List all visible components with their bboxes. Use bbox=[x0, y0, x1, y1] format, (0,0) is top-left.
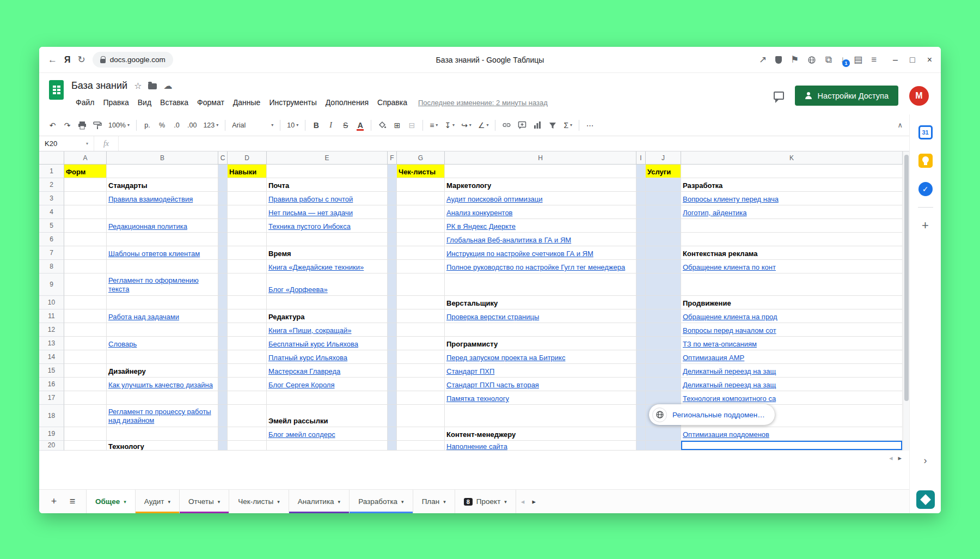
cell-G10[interactable] bbox=[397, 296, 445, 309]
scroll-right-icon[interactable]: ▸ bbox=[898, 454, 902, 462]
row-header-18[interactable]: 18 bbox=[39, 405, 64, 427]
cell-B9[interactable]: Регламент по оформлению текста bbox=[107, 274, 218, 296]
column-header-B[interactable]: B bbox=[107, 151, 218, 165]
font-size-select[interactable]: 10▾ bbox=[284, 118, 301, 132]
cell-H17[interactable]: Памятка технологу bbox=[445, 391, 636, 405]
row-header-12[interactable]: 12 bbox=[39, 323, 64, 337]
cell-E4[interactable]: Нет письма — нет задачи bbox=[267, 205, 388, 219]
cell-I7[interactable] bbox=[636, 246, 646, 260]
cell-I5[interactable] bbox=[636, 219, 646, 233]
share-icon[interactable]: ↗ bbox=[759, 55, 767, 64]
cell-G19[interactable] bbox=[397, 427, 445, 441]
cell-I13[interactable] bbox=[636, 337, 646, 350]
cell-J6[interactable] bbox=[646, 233, 681, 246]
cell-F6[interactable] bbox=[388, 233, 397, 246]
cell-J11[interactable] bbox=[646, 309, 681, 323]
cell-G16[interactable] bbox=[397, 378, 445, 391]
cell-C11[interactable] bbox=[218, 309, 228, 323]
cell-I11[interactable] bbox=[636, 309, 646, 323]
row-header-10[interactable]: 10 bbox=[39, 296, 64, 309]
cell-H10[interactable]: Верстальщику bbox=[445, 296, 636, 309]
cell-F4[interactable] bbox=[388, 205, 397, 219]
insert-link-icon[interactable] bbox=[499, 118, 514, 132]
cell-A11[interactable] bbox=[64, 309, 107, 323]
column-header-G[interactable]: G bbox=[397, 151, 445, 165]
menu-Вставка[interactable]: Вставка bbox=[156, 96, 193, 108]
row-header-9[interactable]: 9 bbox=[39, 274, 64, 296]
last-edit-link[interactable]: Последнее изменение: 2 минуты назад bbox=[418, 99, 548, 107]
bookmark-icon[interactable]: ⚑ bbox=[791, 55, 799, 64]
cell-F5[interactable] bbox=[388, 219, 397, 233]
cell-E18[interactable]: Эмейл рассылки bbox=[267, 405, 388, 427]
row-header-3[interactable]: 3 bbox=[39, 192, 64, 205]
cell-F1[interactable] bbox=[388, 165, 397, 178]
cell-F2[interactable] bbox=[388, 178, 397, 192]
cell-J9[interactable] bbox=[646, 274, 681, 296]
cell-C12[interactable] bbox=[218, 323, 228, 337]
cell-D8[interactable] bbox=[228, 260, 267, 274]
caret-down-icon[interactable]: ▾ bbox=[504, 499, 507, 505]
cell-B7[interactable]: Шаблоны ответов клиентам bbox=[107, 246, 218, 260]
increase-decimal-button[interactable]: .00 bbox=[185, 118, 199, 132]
vertical-scrollbar-thumb[interactable] bbox=[904, 155, 909, 401]
insert-comment-icon[interactable] bbox=[515, 118, 529, 132]
cell-C3[interactable] bbox=[218, 192, 228, 205]
cell-K8[interactable]: Обращение клиента по конт bbox=[681, 260, 903, 274]
name-box[interactable]: K20 ▾ bbox=[39, 136, 94, 151]
more-toolbar-icon[interactable]: ⋯ bbox=[583, 118, 597, 132]
cell-D15[interactable] bbox=[228, 364, 267, 378]
undo-icon[interactable]: ↶ bbox=[46, 118, 59, 132]
close-button[interactable]: × bbox=[927, 56, 932, 64]
cell-K2[interactable]: Разработка bbox=[681, 178, 903, 192]
sheet-tab-Аналитика[interactable]: Аналитика▾ bbox=[289, 490, 350, 513]
column-header-I[interactable]: I bbox=[636, 151, 646, 165]
cell-K6[interactable] bbox=[681, 233, 903, 246]
cell-D18[interactable] bbox=[228, 405, 267, 427]
redo-icon[interactable]: ↷ bbox=[60, 118, 74, 132]
cell-K19[interactable]: Оптимизация поддоменов bbox=[681, 427, 903, 441]
cell-A9[interactable] bbox=[64, 274, 107, 296]
cell-K7[interactable]: Контекстная реклама bbox=[681, 246, 903, 260]
cell-G11[interactable] bbox=[397, 309, 445, 323]
cell-C10[interactable] bbox=[218, 296, 228, 309]
cell-A6[interactable] bbox=[64, 233, 107, 246]
sheet-tab-Общее[interactable]: Общее▾ bbox=[86, 490, 136, 513]
print-icon[interactable] bbox=[75, 118, 89, 132]
cell-I16[interactable] bbox=[636, 378, 646, 391]
collapse-side-panel-icon[interactable]: › bbox=[924, 455, 927, 466]
collapse-toolbar-icon[interactable]: ∧ bbox=[897, 121, 903, 129]
cell-B20[interactable]: Технологу bbox=[107, 441, 218, 451]
caret-down-icon[interactable]: ▾ bbox=[124, 499, 126, 505]
column-header-E[interactable]: E bbox=[267, 151, 388, 165]
cell-F15[interactable] bbox=[388, 364, 397, 378]
cell-A20[interactable] bbox=[64, 441, 107, 451]
cell-E11[interactable]: Редактура bbox=[267, 309, 388, 323]
horizontal-scrollbar[interactable]: ◂ ▸ bbox=[889, 454, 902, 462]
document-title[interactable]: База знаний bbox=[71, 80, 127, 92]
cell-B12[interactable] bbox=[107, 323, 218, 337]
column-header-F[interactable]: F bbox=[388, 151, 397, 165]
cell-H13[interactable]: Программисту bbox=[445, 337, 636, 350]
row-header-6[interactable]: 6 bbox=[39, 233, 64, 246]
cell-K16[interactable]: Деликатный переезд на защ bbox=[681, 378, 903, 391]
row-header-5[interactable]: 5 bbox=[39, 219, 64, 233]
bold-button[interactable]: B bbox=[309, 118, 323, 132]
cell-B14[interactable] bbox=[107, 350, 218, 364]
cell-G20[interactable] bbox=[397, 441, 445, 451]
cell-A8[interactable] bbox=[64, 260, 107, 274]
horizontal-align-button[interactable]: ≡▾ bbox=[427, 118, 440, 132]
cell-A3[interactable] bbox=[64, 192, 107, 205]
all-sheets-button[interactable]: ≡ bbox=[64, 496, 81, 507]
refresh-icon[interactable]: ↻ bbox=[78, 55, 85, 64]
vertical-scrollbar[interactable] bbox=[903, 151, 909, 451]
text-rotation-button[interactable]: ∠▾ bbox=[475, 118, 492, 132]
cell-E8[interactable]: Книга «Джедайские техники» bbox=[267, 260, 388, 274]
cell-K15[interactable]: Деликатный переезд на защ bbox=[681, 364, 903, 378]
cell-F18[interactable] bbox=[388, 405, 397, 427]
row-header-19[interactable]: 19 bbox=[39, 427, 64, 441]
cell-C18[interactable] bbox=[218, 405, 228, 427]
cell-G5[interactable] bbox=[397, 219, 445, 233]
borders-icon[interactable]: ⊞ bbox=[390, 118, 404, 132]
cell-C19[interactable] bbox=[218, 427, 228, 441]
cell-F11[interactable] bbox=[388, 309, 397, 323]
